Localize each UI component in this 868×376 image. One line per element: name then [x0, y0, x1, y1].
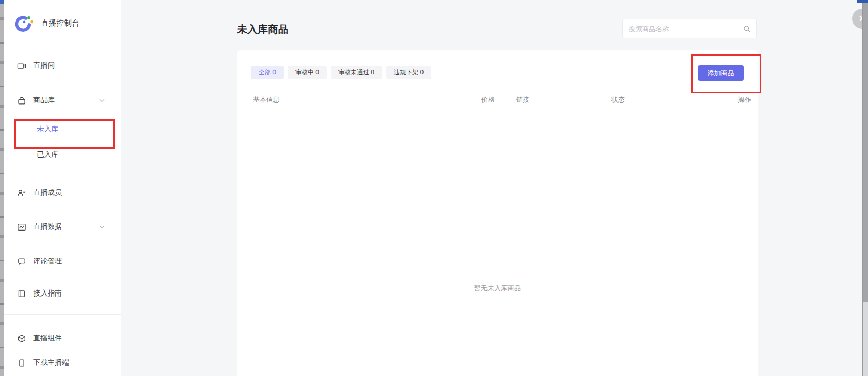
chevron-down-icon: [99, 99, 105, 102]
sidebar-item-label: 接入指南: [33, 289, 62, 298]
filter-tab-under-review[interactable]: 审核中 0: [288, 66, 327, 79]
app-logo-icon: [13, 12, 34, 34]
status-filter-tabs: 全部 0 审核中 0 审核未通过 0 违规下架 0: [251, 66, 431, 79]
sidebar-item-live-data[interactable]: 直播数据: [4, 217, 121, 237]
sidebar-item-label: 直播成员: [33, 188, 62, 197]
sidebar-item-label: 直播数据: [33, 222, 62, 232]
book-icon: [17, 289, 26, 298]
sidebar-item-integration-guide[interactable]: 接入指南: [4, 283, 121, 304]
scrollbar-track[interactable]: [862, 0, 868, 376]
column-header-link: 链接: [516, 95, 530, 105]
sidebar-item-label: 商品库: [33, 96, 55, 105]
sidebar: 直播控制台 直播间 商品库 未入库 已入库: [4, 0, 121, 376]
column-header-basic-info: 基本信息: [253, 95, 280, 105]
table-header-row: 基本信息 价格 链接 状态 操作: [237, 95, 758, 106]
sidebar-item-live-components[interactable]: 直播组件: [4, 328, 121, 348]
sidebar-item-comment-management[interactable]: 评论管理: [4, 251, 121, 271]
user-list-icon: [17, 188, 26, 197]
annotation-box-add-product: [691, 54, 761, 93]
cube-icon: [17, 333, 26, 343]
content-card: 全部 0 审核中 0 审核未通过 0 违规下架 0 添加商品 基本信息 价格 链…: [237, 50, 758, 376]
app-title: 直播控制台: [41, 18, 79, 28]
sidebar-item-label: 直播组件: [33, 333, 62, 343]
chevron-down-icon: [99, 225, 105, 229]
background-window-sliver-blue: [0, 0, 4, 4]
annotation-box-not-in-stock: [14, 119, 115, 149]
empty-state-text: 暂无未入库商品: [237, 284, 758, 293]
background-window-fragment: [857, 0, 868, 3]
sidebar-item-label: 评论管理: [33, 257, 62, 266]
shopping-bag-icon: [17, 96, 26, 105]
scrollbar-thumb[interactable]: [863, 0, 868, 302]
sidebar-item-label: 下载主播端: [33, 358, 69, 367]
column-header-action: 操作: [738, 95, 751, 105]
column-header-status: 状态: [611, 95, 625, 105]
sidebar-item-product-library[interactable]: 商品库: [4, 90, 121, 111]
search-icon[interactable]: [743, 25, 751, 33]
video-camera-icon: [17, 61, 26, 70]
comment-bubble-icon: [17, 257, 26, 266]
smartphone-icon: [17, 358, 26, 367]
sidebar-item-label: 已入库: [37, 150, 58, 159]
background-window-sliver: [0, 0, 4, 376]
filter-tab-review-failed[interactable]: 审核未通过 0: [331, 66, 382, 79]
chart-icon: [17, 222, 26, 232]
search-box: [622, 19, 757, 38]
sidebar-divider: [4, 314, 121, 315]
search-input[interactable]: [623, 19, 756, 38]
sidebar-item-download-anchor-app[interactable]: 下载主播端: [4, 352, 121, 373]
column-header-price: 价格: [481, 95, 495, 105]
sidebar-item-live-members[interactable]: 直播成员: [4, 182, 121, 203]
sidebar-item-label: 直播间: [33, 61, 55, 70]
page-title: 未入库商品: [237, 23, 288, 36]
filter-tab-removed-violation[interactable]: 违规下架 0: [386, 66, 431, 79]
sidebar-item-live-room[interactable]: 直播间: [4, 55, 121, 76]
brand: 直播控制台: [13, 12, 79, 34]
filter-tab-all[interactable]: 全部 0: [251, 66, 284, 79]
